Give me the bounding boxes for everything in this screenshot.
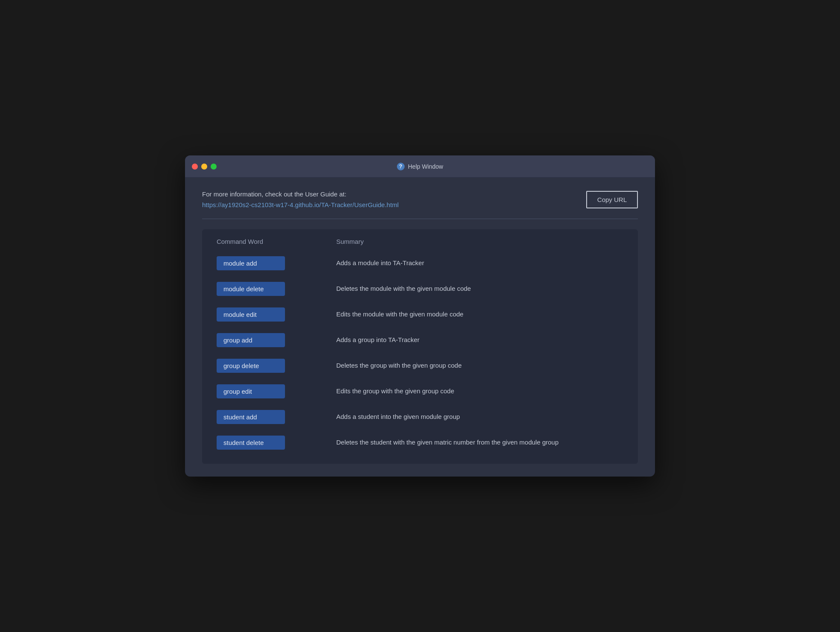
- window-body: For more information, check out the User…: [185, 178, 655, 477]
- table-header: Command Word Summary: [212, 238, 628, 245]
- table-row: module deleteDeletes the module with the…: [212, 276, 624, 301]
- col-command-header: Command Word: [217, 238, 336, 245]
- summary-cell: Deletes the student with the given matri…: [336, 438, 620, 448]
- table-row: module addAdds a module into TA-Tracker: [212, 250, 624, 276]
- summary-cell: Adds a student into the given module gro…: [336, 412, 620, 422]
- table-row: student addAdds a student into the given…: [212, 404, 624, 430]
- col-summary-header: Summary: [336, 238, 623, 245]
- help-icon: ?: [397, 163, 405, 170]
- command-cell: module delete: [217, 282, 336, 296]
- help-window: ? Help Window For more information, chec…: [185, 155, 655, 477]
- command-badge[interactable]: student add: [217, 410, 285, 424]
- command-cell: module add: [217, 256, 336, 270]
- summary-cell: Deletes the group with the given group c…: [336, 361, 620, 371]
- command-cell: student delete: [217, 436, 336, 450]
- table-row: group editEdits the group with the given…: [212, 378, 624, 404]
- command-badge[interactable]: module edit: [217, 307, 285, 322]
- title-bar: ? Help Window: [185, 155, 655, 178]
- summary-cell: Edits the group with the given group cod…: [336, 386, 620, 396]
- command-badge[interactable]: group add: [217, 333, 285, 347]
- command-cell: group add: [217, 333, 336, 347]
- table-container: Command Word Summary module addAdds a mo…: [202, 229, 638, 464]
- command-cell: group delete: [217, 359, 336, 373]
- title-bar-content: ? Help Window: [397, 163, 443, 170]
- url-section: For more information, check out the User…: [202, 190, 638, 208]
- url-info: For more information, check out the User…: [202, 190, 399, 208]
- traffic-lights: [192, 164, 217, 170]
- url-label: For more information, check out the User…: [202, 190, 399, 198]
- command-badge[interactable]: student delete: [217, 436, 285, 450]
- divider: [202, 219, 638, 219]
- table-row: group deleteDeletes the group with the g…: [212, 353, 624, 378]
- maximize-button[interactable]: [211, 164, 217, 170]
- summary-cell: Edits the module with the given module c…: [336, 310, 620, 319]
- table-row: group addAdds a group into TA-Tracker: [212, 327, 624, 353]
- command-cell: student add: [217, 410, 336, 424]
- command-badge[interactable]: group edit: [217, 384, 285, 398]
- copy-url-button[interactable]: Copy URL: [586, 191, 638, 208]
- close-button[interactable]: [192, 164, 198, 170]
- summary-cell: Adds a module into TA-Tracker: [336, 258, 620, 268]
- command-badge[interactable]: module delete: [217, 282, 285, 296]
- command-cell: module edit: [217, 307, 336, 322]
- command-cell: group edit: [217, 384, 336, 398]
- url-link: https://ay1920s2-cs2103t-w17-4.github.io…: [202, 201, 399, 208]
- minimize-button[interactable]: [201, 164, 207, 170]
- summary-cell: Deletes the module with the given module…: [336, 284, 620, 294]
- table-scroll[interactable]: module addAdds a module into TA-Trackerm…: [212, 250, 628, 455]
- command-badge[interactable]: module add: [217, 256, 285, 270]
- command-badge[interactable]: group delete: [217, 359, 285, 373]
- table-row: student deleteDeletes the student with t…: [212, 430, 624, 455]
- summary-cell: Adds a group into TA-Tracker: [336, 335, 620, 345]
- window-title: Help Window: [408, 163, 443, 170]
- table-row: module editEdits the module with the giv…: [212, 301, 624, 327]
